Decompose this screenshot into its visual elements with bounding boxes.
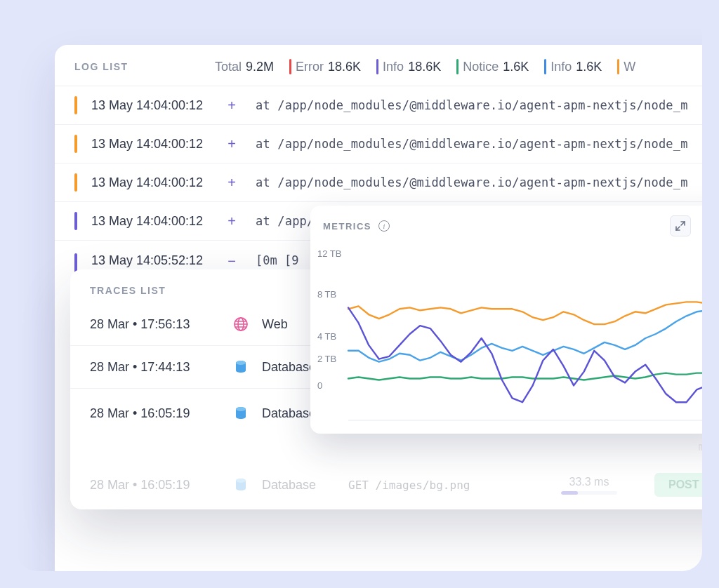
log-timestamp: 13 May 14:04:00:12 bbox=[91, 98, 223, 113]
severity-bar-icon bbox=[74, 173, 77, 192]
expand-toggle-icon[interactable]: + bbox=[223, 213, 240, 229]
trace-row: 28 Mar • 16:05:19DatabaseGET /images/bg.… bbox=[70, 460, 702, 509]
chart-ytick: 12 TB bbox=[317, 248, 341, 259]
trace-latency: 33.3 ms bbox=[536, 476, 642, 495]
trace-timestamp: 28 Mar • 17:56:13 bbox=[90, 317, 220, 332]
log-row[interactable]: 13 May 14:04:00:12+at /app/node_modules/… bbox=[55, 86, 702, 124]
metrics-header: METRICS i bbox=[310, 206, 702, 246]
trace-meta-line: mw_agent true bbox=[70, 438, 702, 460]
stat-value: 1.6K bbox=[503, 60, 529, 74]
severity-bar-icon bbox=[74, 212, 77, 230]
log-list-header: LOG LIST Total9.2MError18.6KInfo18.6KNot… bbox=[55, 45, 702, 86]
log-stat[interactable]: W bbox=[617, 59, 635, 74]
latency-bar bbox=[561, 491, 617, 495]
stat-label: Total bbox=[215, 60, 242, 74]
log-message: at /app/node_modules/@middleware.io/agen… bbox=[256, 137, 688, 151]
log-row[interactable]: 13 May 14:04:00:12+at /app/node_modules/… bbox=[55, 124, 702, 163]
severity-bar-icon bbox=[74, 96, 77, 114]
info-icon[interactable]: i bbox=[378, 220, 390, 232]
collapse-toggle-icon[interactable]: − bbox=[223, 253, 240, 269]
chart-series-orange bbox=[348, 302, 702, 324]
log-timestamp: 13 May 14:04:00:12 bbox=[91, 175, 223, 190]
log-row[interactable]: 13 May 14:04:00:12+at /app/node_modules/… bbox=[55, 163, 702, 201]
stat-bar-icon bbox=[544, 59, 546, 74]
severity-bar-icon bbox=[74, 135, 77, 153]
stat-value: 18.6K bbox=[408, 60, 441, 74]
trace-kind: Database bbox=[262, 478, 336, 493]
stat-label: Info bbox=[550, 60, 572, 74]
trace-timestamp: 28 Mar • 17:44:13 bbox=[90, 360, 220, 375]
stat-value: 9.2M bbox=[246, 60, 274, 74]
log-stat[interactable]: Error18.6K bbox=[289, 59, 361, 74]
metrics-title: METRICS bbox=[323, 221, 371, 232]
log-message: at /app/node_modules/@middleware.io/agen… bbox=[256, 175, 688, 189]
stat-label: Error bbox=[296, 60, 324, 74]
log-stat[interactable]: Info1.6K bbox=[544, 59, 602, 74]
svg-point-10 bbox=[236, 479, 246, 483]
log-expanded-line: [0m [9 bbox=[256, 253, 298, 267]
trace-timestamp: 28 Mar • 16:05:19 bbox=[90, 406, 220, 421]
svg-point-8 bbox=[236, 407, 246, 411]
stat-label: W bbox=[624, 60, 635, 74]
trace-ghost-row: 28 Mar • 16:05:19DatabaseGET /images/bg.… bbox=[70, 460, 702, 509]
log-timestamp: 13 May 14:04:00:12 bbox=[91, 137, 223, 152]
expand-icon[interactable] bbox=[670, 215, 691, 236]
chart-series-purple bbox=[348, 307, 702, 403]
chart-ytick: 0 bbox=[317, 380, 322, 391]
metrics-panel: METRICS i 12 TB8 TB4 TB2 TB0 bbox=[310, 206, 702, 434]
svg-point-6 bbox=[236, 361, 246, 365]
expand-toggle-icon[interactable]: + bbox=[223, 98, 240, 114]
log-timestamp: 13 May 14:05:52:12 bbox=[91, 253, 223, 268]
stage: LOG LIST Total9.2MError18.6KInfo18.6KNot… bbox=[17, 17, 702, 571]
chart-series-blue bbox=[348, 310, 702, 361]
log-message: at /app/node_modules/@middleware.io/agen… bbox=[256, 98, 688, 112]
log-timestamp: 13 May 14:04:00:12 bbox=[91, 214, 223, 229]
log-list-title: LOG LIST bbox=[74, 61, 201, 72]
log-stats: Total9.2MError18.6KInfo18.6KNotice1.6KIn… bbox=[215, 59, 635, 74]
latency-value: 33.3 ms bbox=[569, 476, 609, 488]
stat-label: Notice bbox=[463, 60, 499, 74]
trace-meta-text: mw_agent true bbox=[699, 441, 702, 453]
stat-bar-icon bbox=[289, 59, 291, 74]
stat-bar-icon bbox=[456, 59, 459, 74]
chart-ytick: 2 TB bbox=[317, 354, 336, 364]
chart-ytick: 8 TB bbox=[317, 289, 336, 300]
stat-bar-icon bbox=[617, 59, 619, 74]
log-stat[interactable]: Total9.2M bbox=[215, 60, 274, 74]
chart-ytick: 4 TB bbox=[317, 331, 336, 342]
stat-value: 1.6K bbox=[576, 60, 602, 74]
database-icon bbox=[232, 476, 249, 493]
database-icon bbox=[232, 359, 249, 375]
stat-bar-icon bbox=[376, 59, 378, 74]
stat-label: Info bbox=[383, 60, 404, 74]
log-stat[interactable]: Notice1.6K bbox=[456, 59, 529, 74]
globe-icon bbox=[232, 316, 249, 333]
stat-value: 18.6K bbox=[328, 60, 361, 74]
trace-timestamp: 28 Mar • 16:05:19 bbox=[90, 478, 220, 493]
expand-toggle-icon[interactable]: + bbox=[223, 175, 240, 191]
trace-path: GET /images/bg.png bbox=[348, 479, 524, 492]
filter-icon[interactable] bbox=[698, 215, 702, 236]
log-stat[interactable]: Info18.6K bbox=[376, 59, 441, 74]
expand-toggle-icon[interactable]: + bbox=[223, 136, 240, 152]
method-badge: POST bbox=[654, 473, 702, 497]
chart-series-green bbox=[348, 373, 702, 380]
database-icon bbox=[232, 405, 249, 422]
metrics-chart: 12 TB8 TB4 TB2 TB0 bbox=[310, 246, 702, 429]
